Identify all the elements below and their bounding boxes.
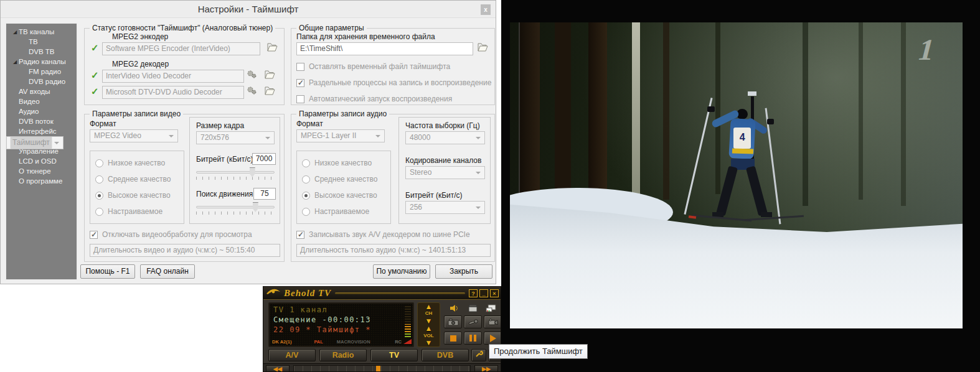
encoder-browse-folder-icon[interactable]: [266, 42, 279, 53]
clapperboard-icon[interactable]: [466, 303, 480, 313]
video-duration-field: Длительность видео и аудио (ч:м:с) ~ 50:…: [90, 244, 280, 257]
encoder-field[interactable]: Software MPEG Encoder (InterVideo): [102, 42, 260, 55]
checkbox-keep-temp-file[interactable]: Оставлять временный файл таймшифта: [296, 62, 450, 71]
audio-duration-field: Длительность только аудио (ч:м:с) ~ 1401…: [296, 244, 491, 257]
play-button[interactable]: [484, 332, 501, 345]
sidebar-item-dvb-tv[interactable]: DVB ТВ: [6, 47, 77, 57]
seek-track[interactable]: [293, 365, 471, 372]
seek-thumb[interactable]: [376, 366, 380, 371]
slider-track[interactable]: [196, 206, 275, 208]
sidebar-item-radio-channels[interactable]: ◢Радио каналы: [6, 57, 77, 67]
remote-minimize-button[interactable]: _: [479, 289, 488, 297]
sidebar-item-audio[interactable]: Аудио: [6, 106, 77, 116]
video-decoder-browse-folder-icon[interactable]: [264, 70, 276, 81]
general-group: Общие параметры Папка для хранения време…: [291, 28, 495, 105]
slider-track[interactable]: [196, 171, 275, 174]
encoder-ok-icon: ✓: [91, 42, 99, 53]
slider-thumb[interactable]: [250, 167, 255, 177]
titlebar-rule: [335, 292, 465, 294]
seek-prev-button[interactable]: ◀◀: [266, 365, 290, 372]
sidebar-item-dvb-radio[interactable]: DVB радио: [6, 77, 77, 86]
audio-bitrate-select[interactable]: 256: [405, 201, 485, 214]
pause-button[interactable]: [464, 332, 482, 345]
remote-close-button[interactable]: ×: [490, 289, 499, 297]
snapshot-camera-button[interactable]: [444, 315, 462, 328]
audio-format-select[interactable]: MPEG-1 Layer II: [296, 129, 385, 142]
defaults-button[interactable]: По умолчанию: [373, 264, 430, 279]
frame-size-select[interactable]: 720x576: [196, 131, 275, 144]
display-mode-icon[interactable]: [484, 303, 497, 313]
volume-up-button[interactable]: ▲: [425, 325, 433, 332]
sidebar-item-lcd-osd[interactable]: LCD и OSD: [6, 156, 77, 166]
volume-down-button[interactable]: ▼: [425, 340, 433, 346]
channel-up-button[interactable]: ▲: [425, 304, 433, 310]
checkbox-record-av-decoder-pcie[interactable]: Записывать звук A/V декодером по шине PC…: [296, 230, 470, 239]
audio-decoder-browse-folder-icon[interactable]: [264, 86, 276, 97]
audio-decoder-field[interactable]: Microsoft DTV-DVD Audio Decoder: [102, 86, 244, 99]
radio-video-medium-quality[interactable]: Среднее качество: [95, 175, 171, 184]
video-settings-box: Размер кадра 720x576 Битрейт (кБит/с) 70…: [189, 117, 280, 224]
radio-icon: [302, 208, 310, 216]
tv-video-panel: 4 1: [501, 0, 980, 372]
folder-browse-icon[interactable]: [477, 42, 489, 53]
radio-audio-custom-quality[interactable]: Настраиваемое: [302, 207, 369, 216]
folder-path-input[interactable]: E:\TimeShift\: [296, 42, 473, 55]
camcorder-button[interactable]: [484, 315, 501, 328]
mode-radio-button[interactable]: Radio: [319, 349, 367, 361]
seek-next-button[interactable]: ▶▶: [474, 365, 498, 372]
video-bitrate-slider[interactable]: [196, 171, 275, 180]
sidebar-item-tv-channels[interactable]: ◢ТВ каналы: [6, 27, 77, 37]
mode-av-button[interactable]: A/V: [268, 349, 316, 361]
channel-down-button[interactable]: ▼: [425, 318, 433, 324]
faq-button[interactable]: FAQ онлайн: [140, 264, 195, 279]
mode-tv-button[interactable]: TV: [370, 349, 418, 361]
slider-ticks: [196, 212, 275, 215]
radio-audio-low-quality[interactable]: Низкое качество: [302, 159, 372, 167]
sidebar-item-interface[interactable]: Интерфейс: [6, 126, 77, 136]
sidebar-item-about-tuner[interactable]: О тюнере: [6, 166, 77, 176]
video-decoder-field[interactable]: InterVideo Video Decoder: [102, 70, 244, 83]
remote-titlebar[interactable]: Behold TV ? _ ×: [263, 287, 501, 300]
glove-left: [707, 106, 715, 112]
sidebar-item-timeshift[interactable]: Таймшифт: [6, 136, 64, 149]
channels-select[interactable]: Stereo: [405, 166, 485, 179]
video-format-label: Формат: [90, 119, 116, 128]
sidebar-item-video[interactable]: Видео: [6, 96, 77, 106]
video-format-select[interactable]: MPEG2 Video: [90, 129, 178, 142]
video-bitrate-value[interactable]: 7000: [252, 153, 276, 165]
stop-button[interactable]: [444, 332, 462, 345]
motion-search-value[interactable]: 75: [253, 188, 276, 200]
remote-help-button[interactable]: ?: [469, 289, 478, 297]
status-group-title: Статус готовности "Таймшифт" (Аналоговый…: [90, 24, 275, 32]
expander-icon[interactable]: ◢: [11, 59, 19, 65]
sidebar-item-dvb-stream[interactable]: DVB поток: [6, 116, 77, 126]
microphone-button[interactable]: [464, 315, 482, 328]
mute-speaker-icon[interactable]: [448, 303, 461, 313]
timeshift-tooltip: Продолжить Таймшифт: [489, 344, 588, 359]
motion-search-slider[interactable]: [196, 206, 275, 215]
radio-video-custom-quality[interactable]: Настраиваемое: [95, 207, 163, 216]
mode-dvb-button[interactable]: DVB: [422, 349, 469, 361]
close-button[interactable]: Закрыть: [435, 264, 492, 279]
settings-wrench-button[interactable]: [471, 349, 486, 361]
help-button[interactable]: Помощь - F1: [80, 264, 135, 279]
sidebar-item-av-inputs[interactable]: AV входы: [6, 86, 77, 96]
radio-audio-medium-quality[interactable]: Среднее качество: [302, 175, 377, 184]
slider-thumb[interactable]: [253, 202, 258, 212]
radio-video-low-quality[interactable]: Низкое качество: [95, 159, 165, 167]
sidebar-item-fm-radio[interactable]: FM радио: [6, 67, 77, 77]
dialog-close-button[interactable]: x: [481, 4, 491, 15]
lcd-rc-label: RC: [395, 339, 402, 345]
video-group-title: Параметры записи видео: [90, 109, 183, 118]
checkbox-disable-video-processing[interactable]: Отключать видеообработку для просмотра: [90, 230, 252, 239]
radio-video-high-quality[interactable]: Высокое качество: [95, 191, 171, 200]
expander-icon[interactable]: ◢: [11, 29, 19, 35]
audio-decoder-config-gears-icon[interactable]: [247, 86, 259, 97]
video-decoder-config-gears-icon[interactable]: [247, 70, 259, 81]
samplerate-select[interactable]: 48000: [405, 131, 485, 144]
checkbox-auto-playback[interactable]: Автоматический запуск воспроизведения: [296, 95, 452, 103]
sidebar-item-tv[interactable]: ТВ: [6, 37, 77, 47]
sidebar-item-about-program[interactable]: О программе: [6, 176, 77, 186]
checkbox-separate-processes[interactable]: Раздельные процессы на запись и воспроиз…: [296, 78, 491, 87]
radio-audio-high-quality[interactable]: Высокое качество: [302, 191, 377, 200]
